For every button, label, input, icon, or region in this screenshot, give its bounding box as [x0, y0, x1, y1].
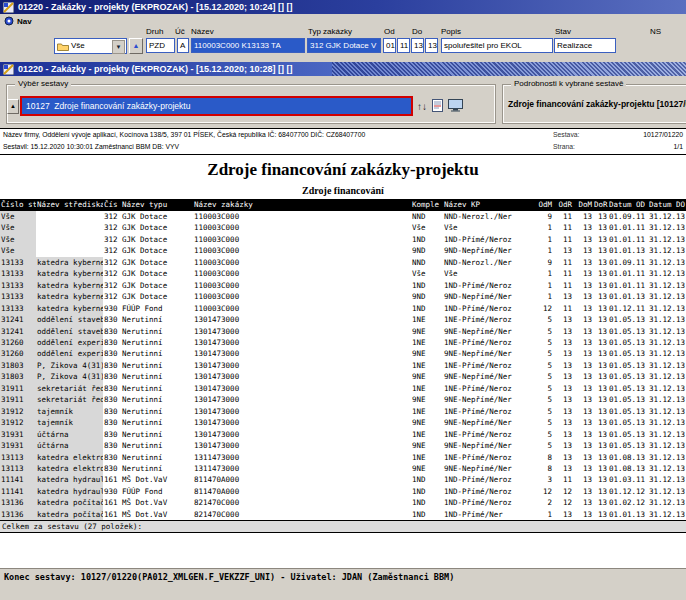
table-cell: 31.12.13 — [648, 257, 686, 268]
table-cell: 12 — [553, 497, 573, 508]
table-cell: 31.12.13 — [648, 234, 686, 245]
table-cell: 110003C000 — [193, 257, 411, 268]
table-row: Vše312GJK Dotace110003C0001ND1ND-Přímé/N… — [0, 234, 686, 245]
table-cell: 821470C000 — [193, 509, 411, 521]
table-cell: 31.12.13 — [648, 406, 686, 417]
table-cell: 01.09.11 — [608, 211, 648, 222]
table-cell: 31.12.13 — [648, 474, 686, 485]
uc-field[interactable]: A — [177, 38, 189, 53]
table-cell: 11 — [553, 303, 573, 314]
table-cell: 13 — [593, 326, 608, 337]
folder-icon — [57, 42, 69, 51]
table-cell: 110003C000 — [193, 303, 411, 314]
table-cell: 312 — [103, 291, 121, 302]
report-document-icon[interactable] — [432, 99, 443, 112]
table-cell: 13 — [553, 429, 573, 440]
table-cell: 1301473000 — [193, 337, 411, 348]
table-cell: MŠ Dot.VaV — [121, 497, 193, 508]
chevron-down-icon[interactable]: ▼ — [112, 40, 125, 54]
background-window-title: 01220 - Zakázky - projekty (EKPROZAK) - … — [14, 2, 293, 12]
table-cell: 13 — [593, 474, 608, 485]
table-row: 31912tajemník830Nerutinní13014730009NE9N… — [0, 417, 686, 428]
table-row: 11141katedra hydraul930FÚÚP Fond811470A0… — [0, 486, 686, 497]
table-cell: 13 — [593, 211, 608, 222]
table-cell: Nerutinní — [121, 360, 193, 371]
table-cell: 13 — [553, 314, 573, 325]
report-detail-text: Zdroje financování zakázky-projektu [101… — [508, 99, 686, 109]
table-row: 13133katedra kyberne312GJK Dotace110003C… — [0, 257, 686, 268]
od-mesic-field[interactable]: 01 — [383, 38, 396, 53]
table-row: 31911sekretariát řed830Nerutinní13014730… — [0, 394, 686, 405]
table-cell: oddělení experi — [36, 348, 103, 359]
table-cell: NND-Nerozl./Ner — [443, 211, 531, 222]
table-cell: 31.12.13 — [648, 291, 686, 302]
table-cell: 13113 — [0, 463, 36, 474]
table-cell: 5 — [531, 337, 553, 348]
table-cell: 13 — [573, 497, 593, 508]
table-cell: 830 — [103, 463, 121, 474]
table-row: 11141katedra hydraul161MŠ Dot.VaV811470A… — [0, 474, 686, 485]
status-text: Konec sestavy: 10127/01220(PA012_XMLGEN.… — [4, 572, 454, 582]
column-header: Název střediska — [36, 199, 103, 211]
do-mesic-field[interactable]: 13 — [411, 38, 424, 53]
od-rok-field[interactable]: 11 — [397, 38, 410, 53]
table-cell: 9NE — [411, 394, 443, 405]
typ-zakazky-field[interactable]: 312 GJK Dotace V — [307, 38, 381, 53]
table-cell: 9 — [531, 211, 553, 222]
table-cell: 11 — [553, 474, 573, 485]
background-window-titlebar[interactable]: 01220 - Zakázky - projekty (EKPROZAK) - … — [0, 0, 686, 14]
table-cell: 13136 — [0, 497, 36, 508]
table-cell: katedra kyberne — [36, 268, 103, 279]
table-cell: 110003C000 — [193, 211, 411, 222]
table-cell: 1ND-Přímé/Neroz — [443, 486, 531, 497]
table-cell: 821470C000 — [193, 497, 411, 508]
table-cell: oddělení experi — [36, 337, 103, 348]
table-cell: Nerutinní — [121, 326, 193, 337]
table-cell: 11141 — [0, 474, 36, 485]
table-cell: Nerutinní — [121, 406, 193, 417]
table-cell: 5 — [531, 440, 553, 451]
table-cell — [36, 211, 103, 222]
table-row: 13113katedra elektro830Nerutinní13114730… — [0, 452, 686, 463]
table-cell: 01.12.11 — [608, 303, 648, 314]
table-cell: 01.05.13 — [608, 440, 648, 451]
selected-report-item[interactable]: 10127 Zdroje financování zakázky-projekt… — [22, 98, 411, 114]
table-cell: 13 — [573, 257, 593, 268]
popis-field[interactable]: spoluřešitel pro EKOL — [441, 38, 553, 53]
table-cell: 13 — [573, 211, 593, 222]
table-cell: 1301473000 — [193, 371, 411, 382]
annotation-rectangle: 10127 Zdroje financování zakázky-projekt… — [20, 96, 413, 116]
app-icon — [3, 2, 14, 13]
collapse-button[interactable]: ▲ — [7, 99, 19, 114]
table-row: 31931účtárna830Nerutinní13014730001NE1NE… — [0, 429, 686, 440]
do-rok-field[interactable]: 13 — [425, 38, 438, 53]
druh-field[interactable]: PZD — [146, 38, 175, 53]
active-window-titlebar[interactable]: 01220 - Zakázky - projekty (EKPROZAK) - … — [0, 62, 686, 76]
table-cell: FÚÚP Fond — [121, 303, 193, 314]
table-cell: 13 — [593, 463, 608, 474]
table-cell: 31241 — [0, 326, 36, 337]
strana-label: Strana: — [553, 143, 575, 150]
table-cell: 13 — [553, 337, 573, 348]
tree-up-button[interactable]: ▲ — [129, 38, 143, 54]
table-cell: 13 — [593, 268, 608, 279]
table-cell: Vše — [443, 268, 531, 279]
strana-meta-row: Strana: 1/1 — [553, 143, 683, 150]
table-cell: P, Zikova 4(31) — [36, 371, 103, 382]
sestavil-info-line: Sestavil: 15.12.2020 10:30:01 Zaměstnanc… — [3, 143, 179, 150]
stav-field[interactable]: Realizace — [554, 38, 616, 53]
column-header: Čís — [103, 199, 121, 211]
table-cell: 830 — [103, 360, 121, 371]
table-cell: 1NE-Přímé/Neroz — [443, 360, 531, 371]
move-up-down-icon[interactable]: ↑↓ — [417, 99, 427, 114]
table-cell: 9ND — [411, 291, 443, 302]
tree-filter-combo[interactable]: Vše ▼ — [54, 38, 127, 54]
nazev-field[interactable]: 110003C000 K13133 TA — [191, 38, 305, 53]
table-cell: GJK Dotace — [121, 268, 193, 279]
od-column-label: Od — [384, 27, 395, 36]
preview-monitor-icon[interactable] — [448, 99, 463, 112]
table-row: 31260oddělení experi830Nerutinní13014730… — [0, 337, 686, 348]
sestava-meta-row: Sestava: 10127/01220 — [553, 131, 683, 138]
table-cell: 9ND-Nepřímé/Ner — [443, 291, 531, 302]
table-cell: 3 — [531, 474, 553, 485]
